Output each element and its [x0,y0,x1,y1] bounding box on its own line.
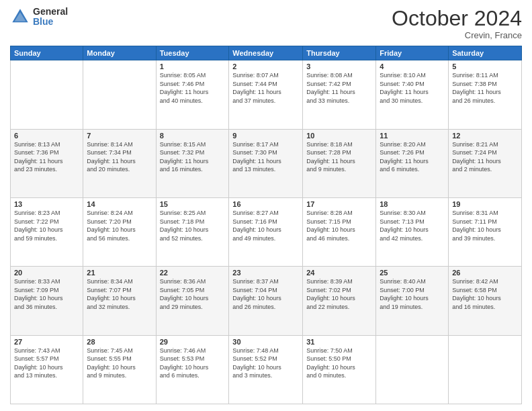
calendar-cell: 28Sunrise: 7:45 AM Sunset: 5:55 PM Dayli… [83,335,156,404]
day-info: Sunrise: 8:20 AM Sunset: 7:26 PM Dayligh… [380,140,445,174]
day-info: Sunrise: 8:37 AM Sunset: 7:04 PM Dayligh… [232,277,299,311]
calendar-cell: 8Sunrise: 8:15 AM Sunset: 7:32 PM Daylig… [156,129,229,197]
day-number: 25 [380,269,445,277]
weekday-header: Sunday [11,46,83,60]
weekday-header: Monday [83,46,156,60]
calendar-week-row: 1Sunrise: 8:05 AM Sunset: 7:46 PM Daylig… [11,60,522,129]
day-number: 3 [306,62,372,71]
day-number: 27 [14,338,79,346]
day-info: Sunrise: 8:42 AM Sunset: 6:58 PM Dayligh… [452,277,518,311]
calendar-cell: 25Sunrise: 8:40 AM Sunset: 7:00 PM Dayli… [376,267,449,335]
calendar-cell: 30Sunrise: 7:48 AM Sunset: 5:52 PM Dayli… [229,335,303,404]
day-info: Sunrise: 7:46 AM Sunset: 5:53 PM Dayligh… [160,347,226,380]
subtitle: Crevin, France [392,30,522,40]
calendar-cell: 10Sunrise: 8:18 AM Sunset: 7:28 PM Dayli… [303,129,376,197]
day-number: 11 [380,132,445,140]
day-number: 1 [160,62,226,71]
day-info: Sunrise: 8:10 AM Sunset: 7:40 PM Dayligh… [380,71,445,105]
day-number: 22 [160,269,226,277]
calendar-week-row: 6Sunrise: 8:13 AM Sunset: 7:36 PM Daylig… [11,129,522,197]
calendar-week-row: 20Sunrise: 8:33 AM Sunset: 7:09 PM Dayli… [11,267,522,335]
calendar-cell: 9Sunrise: 8:17 AM Sunset: 7:30 PM Daylig… [229,129,303,197]
calendar-cell: 12Sunrise: 8:21 AM Sunset: 7:24 PM Dayli… [449,129,522,197]
calendar-cell: 3Sunrise: 8:08 AM Sunset: 7:42 PM Daylig… [303,60,376,129]
weekday-header-row: SundayMondayTuesdayWednesdayThursdayFrid… [11,46,522,60]
day-info: Sunrise: 8:23 AM Sunset: 7:22 PM Dayligh… [14,209,79,242]
day-info: Sunrise: 8:33 AM Sunset: 7:09 PM Dayligh… [14,277,79,311]
weekday-header: Wednesday [229,46,303,60]
calendar-cell [449,335,522,404]
day-number: 21 [87,269,152,277]
calendar-cell: 29Sunrise: 7:46 AM Sunset: 5:53 PM Dayli… [156,335,229,404]
day-number: 15 [160,200,226,208]
day-info: Sunrise: 8:34 AM Sunset: 7:07 PM Dayligh… [87,277,152,311]
calendar-cell: 22Sunrise: 8:36 AM Sunset: 7:05 PM Dayli… [156,267,229,335]
calendar-week-row: 13Sunrise: 8:23 AM Sunset: 7:22 PM Dayli… [11,197,522,266]
day-number: 2 [232,62,299,71]
calendar-cell: 19Sunrise: 8:31 AM Sunset: 7:11 PM Dayli… [449,197,522,266]
calendar-cell: 13Sunrise: 8:23 AM Sunset: 7:22 PM Dayli… [11,197,83,266]
day-info: Sunrise: 8:24 AM Sunset: 7:20 PM Dayligh… [87,209,152,242]
calendar-cell: 24Sunrise: 8:39 AM Sunset: 7:02 PM Dayli… [303,267,376,335]
day-number: 23 [232,269,299,277]
day-info: Sunrise: 8:07 AM Sunset: 7:44 PM Dayligh… [232,71,299,105]
day-number: 28 [87,338,152,346]
calendar-cell: 5Sunrise: 8:11 AM Sunset: 7:38 PM Daylig… [449,60,522,129]
calendar-cell: 15Sunrise: 8:25 AM Sunset: 7:18 PM Dayli… [156,197,229,266]
day-number: 19 [452,200,518,208]
calendar-cell: 1Sunrise: 8:05 AM Sunset: 7:46 PM Daylig… [156,60,229,129]
calendar-week-row: 27Sunrise: 7:43 AM Sunset: 5:57 PM Dayli… [11,335,522,404]
logo-text: General Blue [33,7,68,28]
day-number: 24 [306,269,372,277]
day-info: Sunrise: 7:48 AM Sunset: 5:52 PM Dayligh… [232,347,299,380]
day-info: Sunrise: 8:30 AM Sunset: 7:13 PM Dayligh… [380,209,445,242]
day-info: Sunrise: 8:25 AM Sunset: 7:18 PM Dayligh… [160,209,226,242]
calendar-cell: 11Sunrise: 8:20 AM Sunset: 7:26 PM Dayli… [376,129,449,197]
weekday-header: Saturday [449,46,522,60]
header: General Blue October 2024 Crevin, France [10,7,522,40]
calendar-cell: 20Sunrise: 8:33 AM Sunset: 7:09 PM Dayli… [11,267,83,335]
day-info: Sunrise: 7:50 AM Sunset: 5:50 PM Dayligh… [306,347,372,380]
day-number: 26 [452,269,518,277]
calendar-cell: 7Sunrise: 8:14 AM Sunset: 7:34 PM Daylig… [83,129,156,197]
day-info: Sunrise: 8:31 AM Sunset: 7:11 PM Dayligh… [452,209,518,242]
calendar-table: SundayMondayTuesdayWednesdayThursdayFrid… [10,46,522,404]
day-info: Sunrise: 7:43 AM Sunset: 5:57 PM Dayligh… [14,347,79,380]
day-number: 29 [160,338,226,346]
day-info: Sunrise: 8:18 AM Sunset: 7:28 PM Dayligh… [306,140,372,174]
title-block: October 2024 Crevin, France [392,7,522,40]
calendar-cell: 31Sunrise: 7:50 AM Sunset: 5:50 PM Dayli… [303,335,376,404]
calendar-cell [376,335,449,404]
day-number: 12 [452,132,518,140]
calendar-cell [11,60,83,129]
day-info: Sunrise: 8:39 AM Sunset: 7:02 PM Dayligh… [306,277,372,311]
day-number: 31 [306,338,372,346]
day-number: 16 [232,200,299,208]
calendar-cell [83,60,156,129]
weekday-header: Thursday [303,46,376,60]
calendar-cell: 26Sunrise: 8:42 AM Sunset: 6:58 PM Dayli… [449,267,522,335]
day-info: Sunrise: 8:13 AM Sunset: 7:36 PM Dayligh… [14,140,79,174]
calendar-cell: 14Sunrise: 8:24 AM Sunset: 7:20 PM Dayli… [83,197,156,266]
day-info: Sunrise: 8:17 AM Sunset: 7:30 PM Dayligh… [232,140,299,174]
month-title: October 2024 [392,7,522,30]
day-info: Sunrise: 8:14 AM Sunset: 7:34 PM Dayligh… [87,140,152,174]
day-number: 30 [232,338,299,346]
day-number: 20 [14,269,79,277]
weekday-header: Friday [376,46,449,60]
day-number: 13 [14,200,79,208]
day-info: Sunrise: 8:11 AM Sunset: 7:38 PM Dayligh… [452,71,518,105]
calendar-cell: 27Sunrise: 7:43 AM Sunset: 5:57 PM Dayli… [11,335,83,404]
day-info: Sunrise: 8:15 AM Sunset: 7:32 PM Dayligh… [160,140,226,174]
day-number: 5 [452,62,518,71]
day-info: Sunrise: 8:21 AM Sunset: 7:24 PM Dayligh… [452,140,518,174]
day-number: 9 [232,132,299,140]
day-number: 14 [87,200,152,208]
day-info: Sunrise: 8:28 AM Sunset: 7:15 PM Dayligh… [306,209,372,242]
day-info: Sunrise: 8:08 AM Sunset: 7:42 PM Dayligh… [306,71,372,105]
weekday-header: Tuesday [156,46,229,60]
page: General Blue October 2024 Crevin, France… [0,0,532,411]
calendar-cell: 16Sunrise: 8:27 AM Sunset: 7:16 PM Dayli… [229,197,303,266]
calendar-cell: 4Sunrise: 8:10 AM Sunset: 7:40 PM Daylig… [376,60,449,129]
calendar-cell: 2Sunrise: 8:07 AM Sunset: 7:44 PM Daylig… [229,60,303,129]
